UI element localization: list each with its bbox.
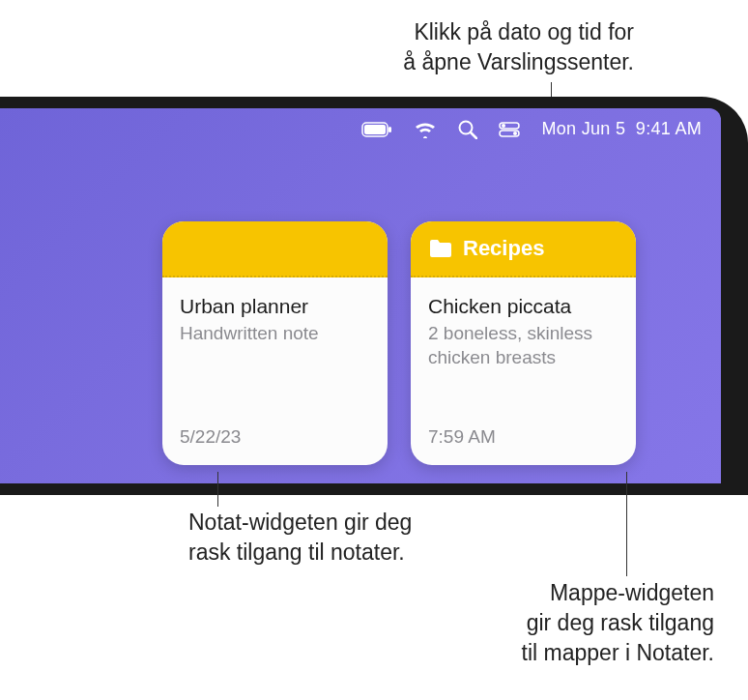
svg-line-4 xyxy=(471,132,476,138)
svg-point-8 xyxy=(513,131,517,135)
menu-bar-date: Mon Jun 5 xyxy=(541,119,625,138)
folder-widget-header: Recipes xyxy=(411,221,636,277)
menu-bar-time: 9:41 AM xyxy=(636,119,702,138)
battery-icon[interactable] xyxy=(361,122,392,137)
svg-point-6 xyxy=(502,124,505,128)
note-date: 5/22/23 xyxy=(180,426,241,448)
callout-top: Klikk på dato og tid forå åpne Varslings… xyxy=(403,17,634,77)
widgets-area: Urban planner Handwritten note 5/22/23 R… xyxy=(162,221,636,465)
callout-line-bottom-left xyxy=(217,472,218,507)
device-bezel: Mon Jun 5 9:41 AM Urban planner Handwrit… xyxy=(0,97,748,495)
notes-widget-header xyxy=(162,221,388,277)
callout-bottom-right: Mappe-widgetengir deg rask tilgangtil ma… xyxy=(522,578,714,668)
search-icon[interactable] xyxy=(458,120,477,139)
callout-top-text: Klikk på dato og tid forå åpne Varslings… xyxy=(403,19,634,74)
folder-note-title: Chicken piccata xyxy=(428,295,619,318)
callout-line-bottom-right xyxy=(626,472,627,576)
folder-widget-label: Recipes xyxy=(463,236,544,261)
notes-widget-body: Urban planner Handwritten note 5/22/23 xyxy=(162,277,388,465)
callout-bottom-right-text: Mappe-widgetengir deg rask tilgangtil ma… xyxy=(522,580,714,665)
control-center-icon[interactable] xyxy=(499,122,520,137)
desktop-background: Mon Jun 5 9:41 AM Urban planner Handwrit… xyxy=(0,108,721,483)
note-title: Urban planner xyxy=(180,295,370,318)
folder-note-time: 7:59 AM xyxy=(428,426,496,448)
note-subtitle: Handwritten note xyxy=(180,322,370,346)
svg-rect-1 xyxy=(364,125,386,134)
screen-frame: Mon Jun 5 9:41 AM Urban planner Handwrit… xyxy=(0,97,748,495)
callout-bottom-left: Notat-widgeten gir degrask tilgang til n… xyxy=(188,508,412,568)
folder-note-subtitle: 2 boneless, skinless chicken breasts xyxy=(428,322,619,369)
menu-bar-datetime[interactable]: Mon Jun 5 9:41 AM xyxy=(541,119,702,139)
folder-widget-body: Chicken piccata 2 boneless, skinless chi… xyxy=(411,277,636,465)
callout-bottom-left-text: Notat-widgeten gir degrask tilgang til n… xyxy=(188,510,412,565)
wifi-icon[interactable] xyxy=(414,121,437,138)
menu-bar: Mon Jun 5 9:41 AM xyxy=(0,108,721,150)
folder-widget[interactable]: Recipes Chicken piccata 2 boneless, skin… xyxy=(411,221,636,465)
folder-icon xyxy=(428,238,453,259)
svg-rect-2 xyxy=(388,127,391,132)
notes-widget[interactable]: Urban planner Handwritten note 5/22/23 xyxy=(162,221,388,465)
